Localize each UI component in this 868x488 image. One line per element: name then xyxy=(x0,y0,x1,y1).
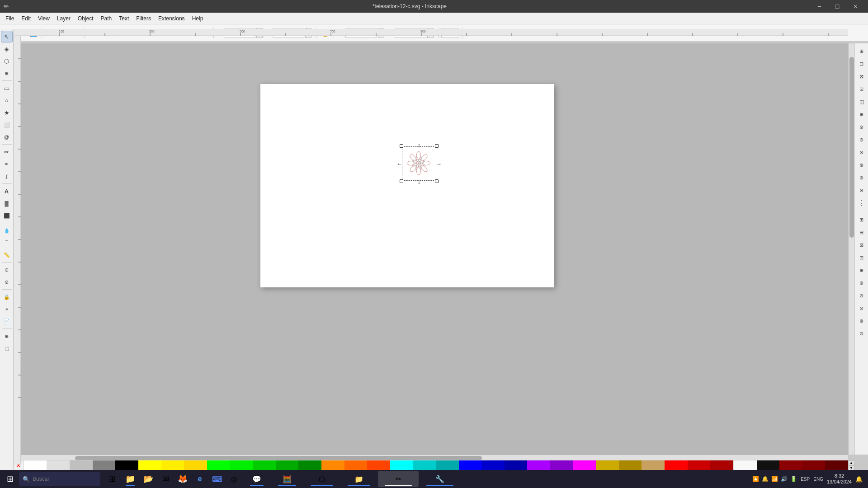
tool-pages[interactable]: 📄 xyxy=(1,315,13,327)
swatch-orange3[interactable] xyxy=(367,460,390,470)
rp-snap8[interactable]: ⊘ xyxy=(856,134,868,145)
handle-br[interactable] xyxy=(435,179,439,183)
rp-extra2[interactable]: ⊟ xyxy=(856,226,868,238)
rp-snap3[interactable]: ⊠ xyxy=(856,70,868,82)
tool-zoom[interactable]: ⊕ xyxy=(1,67,13,79)
handle-tl[interactable] xyxy=(400,144,403,148)
swatch-cyan2[interactable] xyxy=(413,460,436,470)
swatch-cyan1[interactable] xyxy=(390,460,413,470)
rp-snap7[interactable]: ⊗ xyxy=(856,121,868,133)
herramienta-app[interactable]: 🔧 xyxy=(420,471,460,487)
swatch-tan1[interactable] xyxy=(596,460,619,470)
menu-extensions[interactable]: Extensions xyxy=(155,14,189,23)
menu-text[interactable]: Text xyxy=(115,14,132,23)
rp-extra8[interactable]: ⊙ xyxy=(856,302,868,314)
tool-text[interactable]: A xyxy=(1,185,13,197)
rp-snap12[interactable]: ⊝ xyxy=(856,184,868,196)
swatch-yellow3[interactable] xyxy=(184,460,207,470)
swatch-brown1[interactable] xyxy=(779,460,802,470)
rp-snap11[interactable]: ⊜ xyxy=(856,172,868,183)
swatch-yellow2[interactable] xyxy=(161,460,184,470)
tool-spray[interactable]: ⊙ xyxy=(1,264,13,276)
rp-snap10[interactable]: ⊛ xyxy=(856,159,868,171)
tool-measure[interactable]: 📏 xyxy=(1,249,13,261)
minimize-button[interactable]: − xyxy=(810,0,828,13)
swatch-green1[interactable] xyxy=(207,460,230,470)
close-button[interactable]: × xyxy=(846,0,864,13)
swatch-gray[interactable] xyxy=(70,460,93,470)
swatch-green3[interactable] xyxy=(253,460,276,470)
handle-bl[interactable] xyxy=(400,179,403,183)
menu-path[interactable]: Path xyxy=(97,14,116,23)
vertical-scrollbar[interactable] xyxy=(848,43,854,455)
swatch-nearwhite[interactable] xyxy=(733,460,757,470)
tray-icon-1[interactable]: 🔼 xyxy=(752,476,759,482)
tool-tweak[interactable]: ⬡ xyxy=(1,55,13,67)
file-explorer-app[interactable]: 📁 xyxy=(121,471,139,487)
rp-extra10[interactable]: ⊜ xyxy=(856,328,868,339)
menu-file[interactable]: File xyxy=(2,14,18,23)
swatch-green4[interactable] xyxy=(276,460,299,470)
tool-spiral[interactable]: @ xyxy=(1,131,13,143)
tool-ellipse[interactable]: ○ xyxy=(1,94,13,106)
swatch-tan3[interactable] xyxy=(642,460,665,470)
swatch-blue1[interactable] xyxy=(459,460,482,470)
inkscape-app[interactable]: ✏ xyxy=(378,471,419,487)
swatch-green5[interactable] xyxy=(298,460,321,470)
swatch-magenta[interactable] xyxy=(573,460,596,470)
menu-view[interactable]: View xyxy=(34,14,53,23)
rp-snap9[interactable]: ⊙ xyxy=(856,146,868,158)
menu-edit[interactable]: Edit xyxy=(18,14,34,23)
rp-snap2[interactable]: ⊟ xyxy=(856,58,868,70)
handle-mr[interactable]: → xyxy=(436,160,442,167)
rp-extra3[interactable]: ⊠ xyxy=(856,239,868,251)
start-button[interactable]: ⊞ xyxy=(2,471,18,487)
menu-help[interactable]: Help xyxy=(189,14,207,23)
swatch-red3[interactable] xyxy=(710,460,733,470)
menu-filters[interactable]: Filters xyxy=(132,14,155,23)
swatch-white[interactable] xyxy=(24,460,47,470)
tray-icon-5[interactable]: 🔋 xyxy=(790,476,797,482)
rp-snap1[interactable]: ⊞ xyxy=(856,45,868,57)
rp-snap6[interactable]: ⊕ xyxy=(856,108,868,120)
rp-snap5[interactable]: ◫ xyxy=(856,96,868,108)
menu-object[interactable]: Object xyxy=(74,14,97,23)
tray-icon-4[interactable]: 🔊 xyxy=(781,476,788,482)
tool-eraser[interactable]: ⊘ xyxy=(1,276,13,288)
app-button-4[interactable]: e xyxy=(192,471,208,487)
swatch-lightgray[interactable] xyxy=(47,460,70,470)
swatch-tan2[interactable] xyxy=(619,460,642,470)
swatch-green2[interactable] xyxy=(230,460,253,470)
calc-app[interactable]: 🧮 xyxy=(271,471,303,487)
tool-3dbox[interactable]: ⬜ xyxy=(1,119,13,131)
swatch-yellow1[interactable] xyxy=(138,460,161,470)
rp-extra9[interactable]: ⊛ xyxy=(856,315,868,327)
swatch-orange2[interactable] xyxy=(344,460,368,470)
tool-paint-bucket[interactable]: ⬛ xyxy=(1,210,13,221)
rp-extra6[interactable]: ⊗ xyxy=(856,277,868,289)
tool-calligraphy[interactable]: ∫ xyxy=(1,170,13,182)
app-button-6[interactable]: ◎ xyxy=(226,471,242,487)
app-button-3[interactable]: 🦊 xyxy=(175,471,191,487)
app-button-2[interactable]: ✉ xyxy=(157,471,174,487)
search-bar[interactable]: 🔍 xyxy=(19,472,100,486)
tool-pen[interactable]: ✒ xyxy=(1,158,13,170)
doma-app[interactable]: 📁 xyxy=(341,471,377,487)
tool-pencil[interactable]: ✏ xyxy=(1,146,13,158)
swatch-brown2[interactable] xyxy=(802,460,826,470)
tray-icon-3[interactable]: 📶 xyxy=(771,476,778,482)
rp-extra5[interactable]: ⊕ xyxy=(856,264,868,276)
search-input[interactable] xyxy=(33,476,91,482)
swatch-nearblack[interactable] xyxy=(757,460,780,470)
tool-color-picker[interactable]: ⬚ xyxy=(1,343,13,354)
app-button-1[interactable]: 📂 xyxy=(140,471,156,487)
swatch-cyan3[interactable] xyxy=(436,460,459,470)
swatch-darkgray[interactable] xyxy=(93,460,116,470)
swatch-black[interactable] xyxy=(115,460,138,470)
tool-gradient[interactable]: ▓ xyxy=(1,197,13,209)
restore-button[interactable]: □ xyxy=(828,0,846,13)
tool-star[interactable]: ★ xyxy=(1,107,13,118)
selected-object[interactable]: ↑ ↓ ← → xyxy=(398,143,440,184)
tool-search[interactable]: ⊕ xyxy=(1,330,13,342)
notification-icon[interactable]: 🔔 xyxy=(855,476,863,483)
